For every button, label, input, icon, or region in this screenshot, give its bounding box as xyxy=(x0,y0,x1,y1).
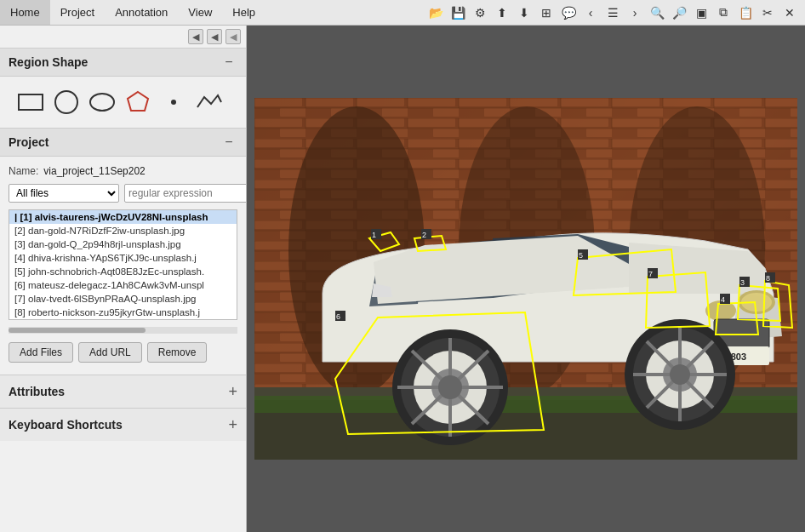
svg-text:7: 7 xyxy=(648,270,653,278)
select-rect-button[interactable]: ▣ xyxy=(691,3,711,23)
save-button[interactable]: 💾 xyxy=(448,3,468,23)
shape-polyline[interactable] xyxy=(196,90,223,114)
file-list: [1] alvis-taurens-jWcDzUV28NI-unsplash[2… xyxy=(9,210,237,319)
upload-button[interactable]: ⬆ xyxy=(492,3,512,23)
zoom-in-button[interactable]: 🔍 xyxy=(647,3,667,23)
toolbar: 📂 💾 ⚙ ⬆ ⬇ ⊞ 💬 ‹ ☰ › 🔍 🔎 ▣ ⧉ 📋 ✂ ✕ xyxy=(420,3,805,23)
project-toggle[interactable]: − xyxy=(220,134,237,151)
shape-rectangle[interactable] xyxy=(17,90,44,114)
svg-point-30 xyxy=(670,364,690,385)
attributes-section: Attributes + xyxy=(0,375,246,408)
next-button[interactable]: › xyxy=(625,3,645,23)
project-section: Name: via_project_11Sep202 All files Ima… xyxy=(0,157,246,375)
menu-bar: Home Project Annotation View Help 📂 💾 ⚙ … xyxy=(0,0,805,26)
zoom-out-button[interactable]: 🔎 xyxy=(669,3,689,23)
nav-back3-button[interactable]: ◀ xyxy=(226,29,241,44)
main-layout: ◀ ◀ ◀ Region Shape − xyxy=(0,26,805,532)
close-button[interactable]: ✕ xyxy=(779,3,800,23)
file-item[interactable]: [3] dan-gold-Q_2p94h8rjl-unsplash.jpg xyxy=(9,237,237,251)
scrollbar-thumb xyxy=(9,328,146,333)
action-buttons: Add Files Add URL Remove xyxy=(9,339,237,366)
menu-annotation[interactable]: Annotation xyxy=(105,0,178,25)
region-shape-toggle[interactable]: − xyxy=(220,54,237,71)
copy-button[interactable]: ⧉ xyxy=(713,3,734,23)
svg-text:1: 1 xyxy=(372,231,376,239)
menu-help[interactable]: Help xyxy=(222,0,265,25)
attributes-title: Attributes xyxy=(9,385,65,398)
svg-text:5: 5 xyxy=(579,251,583,260)
file-item[interactable]: [6] mateusz-delegacz-1Ah8CAwk3vM-unspl xyxy=(9,278,237,292)
open-file-button[interactable]: 📂 xyxy=(425,3,446,23)
panel-nav: ◀ ◀ ◀ xyxy=(0,26,246,48)
left-panel: ◀ ◀ ◀ Region Shape − xyxy=(0,26,247,532)
remove-button[interactable]: Remove xyxy=(147,342,208,363)
add-files-button[interactable]: Add Files xyxy=(9,342,73,363)
regex-input[interactable] xyxy=(124,184,247,203)
file-list-container: [1] alvis-taurens-jWcDzUV28NI-unsplash[2… xyxy=(9,209,237,320)
region-shape-title: Region Shape xyxy=(9,55,88,69)
prev-button[interactable]: ‹ xyxy=(580,3,601,23)
project-title: Project xyxy=(9,135,49,149)
svg-text:6: 6 xyxy=(336,312,340,321)
file-item[interactable]: [8] roberto-nickson-zu95jkyrGtw-unsplash… xyxy=(9,306,237,319)
filter-row: All files Images Videos xyxy=(9,184,237,203)
region-shape-header: Region Shape − xyxy=(0,48,246,77)
file-item[interactable]: [1] alvis-taurens-jWcDzUV28NI-unsplash xyxy=(9,210,237,224)
svg-text:4: 4 xyxy=(721,295,725,304)
svg-point-2 xyxy=(90,94,114,111)
svg-rect-0 xyxy=(19,94,43,110)
annotation-canvas: FM-8803 xyxy=(254,98,797,460)
menu-home[interactable]: Home xyxy=(0,0,50,25)
menu-project[interactable]: Project xyxy=(50,0,105,25)
project-name-row: Name: via_project_11Sep202 xyxy=(9,165,237,177)
keyboard-title: Keyboard Shortcuts xyxy=(9,418,123,432)
cut-button[interactable]: ✂ xyxy=(757,3,778,23)
keyboard-expand-icon: + xyxy=(228,417,237,432)
canvas-area[interactable]: FM-8803 xyxy=(247,26,805,532)
project-name-label: Name: xyxy=(9,165,38,177)
file-item[interactable]: [7] olav-tvedt-6lSBynPRaAQ-unsplash.jpg xyxy=(9,292,237,306)
download-button[interactable]: ⬇ xyxy=(514,3,534,23)
shape-circle[interactable] xyxy=(53,90,80,114)
svg-point-4 xyxy=(171,100,176,105)
menu-view[interactable]: View xyxy=(178,0,222,25)
shape-polygon[interactable] xyxy=(124,90,151,114)
grid-button[interactable]: ⊞ xyxy=(536,3,557,23)
svg-text:2: 2 xyxy=(422,231,426,239)
file-item[interactable]: [2] dan-gold-N7RiDzfF2iw-unsplash.jpg xyxy=(9,224,237,237)
comment-button[interactable]: 💬 xyxy=(558,3,579,23)
svg-marker-3 xyxy=(128,92,148,111)
attributes-header[interactable]: Attributes + xyxy=(0,375,246,408)
nav-back-button[interactable]: ◀ xyxy=(188,29,203,44)
car-svg: FM-8803 xyxy=(254,98,797,460)
file-filter-select[interactable]: All files Images Videos xyxy=(9,184,119,203)
file-item[interactable]: [4] dhiva-krishna-YApS6TjKJ9c-unsplash.j xyxy=(9,251,237,265)
shape-ellipse[interactable] xyxy=(88,90,116,114)
svg-text:8: 8 xyxy=(766,274,770,283)
region-shapes-container xyxy=(0,77,246,128)
nav-back2-button[interactable]: ◀ xyxy=(207,29,222,44)
svg-point-1 xyxy=(55,91,77,113)
project-header: Project − xyxy=(0,128,246,157)
clipboard-button[interactable]: 📋 xyxy=(735,3,756,23)
car-image: FM-8803 xyxy=(254,98,797,460)
svg-text:3: 3 xyxy=(740,278,745,287)
attributes-expand-icon: + xyxy=(228,384,237,399)
keyboard-section: Keyboard Shortcuts + xyxy=(0,408,246,441)
svg-point-39 xyxy=(438,375,462,399)
file-item[interactable]: [5] john-schnobrich-Aqt08E8JzEc-unsplash… xyxy=(9,265,237,278)
add-url-button[interactable]: Add URL xyxy=(78,342,142,363)
shape-point[interactable] xyxy=(160,90,187,114)
settings-button[interactable]: ⚙ xyxy=(470,3,490,23)
list-button[interactable]: ☰ xyxy=(602,3,623,23)
keyboard-header[interactable]: Keyboard Shortcuts + xyxy=(0,409,246,441)
project-name-value: via_project_11Sep202 xyxy=(43,165,145,177)
file-list-scrollbar[interactable] xyxy=(9,327,237,334)
